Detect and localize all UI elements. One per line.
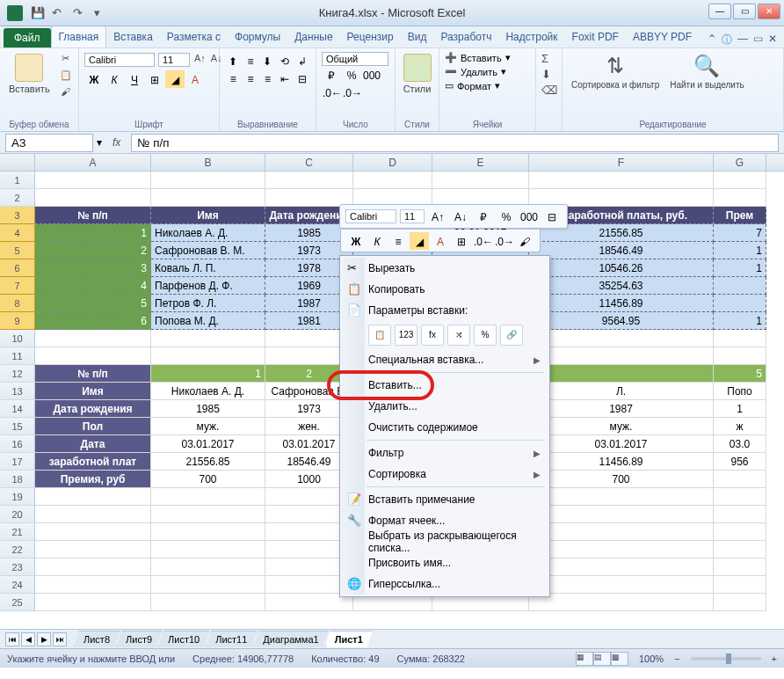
zoom-in-button[interactable]: + [772,653,777,664]
find-select-button[interactable]: 🔍 Найти и выделить [666,52,747,118]
row-header[interactable]: 23 [0,559,35,576]
cell[interactable]: 1 [35,224,151,242]
format-painter-icon[interactable]: 🖌 [57,85,75,101]
close-button[interactable]: ✕ [758,4,780,19]
cell[interactable] [35,523,151,541]
row-header[interactable]: 6 [0,259,35,277]
cell[interactable] [35,506,151,523]
cell[interactable]: 9564.95 [529,312,714,330]
cell[interactable]: 35254.63 [529,277,714,295]
cell[interactable]: Премия, руб [35,471,151,488]
view-normal-button[interactable]: ▦ [576,652,593,666]
tab-foxit[interactable]: Foxit PDF [565,26,626,47]
cell[interactable] [265,172,353,189]
cell[interactable] [714,295,766,312]
cell[interactable]: 2 [35,242,151,259]
next-sheet-button[interactable]: ▶ [37,632,51,646]
paste-values-icon[interactable]: 123 [395,325,417,346]
cell[interactable] [151,488,265,506]
redo-icon[interactable]: ↷ [73,6,87,20]
row-header[interactable]: 24 [0,576,35,594]
mini-fill-color-icon[interactable]: ◢ [410,232,429,250]
cm-cut[interactable]: ✂Вырезать [342,258,548,279]
help-icon[interactable]: ⓘ [722,33,732,47]
fill-color-button[interactable]: ◢ [165,70,185,88]
cell[interactable] [35,330,151,347]
cell[interactable] [35,559,151,576]
cell[interactable] [529,559,714,576]
cell[interactable]: 03.0 [714,435,766,453]
cell[interactable] [714,277,766,295]
cell[interactable] [353,172,432,189]
tab-abbyy[interactable]: ABBYY PDF [626,26,699,47]
mini-merge-icon[interactable]: ⊟ [542,208,562,225]
cell[interactable] [714,594,766,611]
undo-icon[interactable]: ↶ [52,6,66,20]
row-header[interactable]: 8 [0,295,35,312]
col-header-e[interactable]: E [432,154,529,171]
tab-formulas[interactable]: Формулы [228,26,287,47]
cell[interactable]: 1 [714,259,766,277]
mini-font-color-icon[interactable]: A [431,232,450,250]
mini-grow-font-icon[interactable]: A↑ [428,208,447,225]
number-format-select[interactable] [322,52,388,66]
paste-formulas-icon[interactable]: fx [421,325,444,346]
cell[interactable]: Прем [714,207,766,224]
cell[interactable]: 7 [714,224,766,242]
cell[interactable]: Имя [151,207,265,224]
clear-icon[interactable]: ⌫ [541,84,556,97]
row-header[interactable]: 25 [0,594,35,611]
insert-cells-button[interactable]: ➕Вставить ▾ [445,52,530,63]
italic-button[interactable]: К [105,70,124,88]
mini-currency-icon[interactable]: ₽ [474,208,493,225]
row-header[interactable]: 19 [0,488,35,506]
tab-insert[interactable]: Вставка [106,26,160,47]
mini-percent-icon[interactable]: % [497,208,516,225]
cm-paste-special[interactable]: Специальная вставка...▶ [342,349,548,370]
tab-developer[interactable]: Разработч [433,26,498,47]
underline-button[interactable]: Ч [125,70,144,88]
cell[interactable] [529,594,714,611]
file-tab[interactable]: Файл [4,28,51,47]
cm-filter[interactable]: Фильтр▶ [342,442,548,464]
format-cells-button[interactable]: ▭Формат ▾ [445,80,530,91]
cell[interactable]: 1987 [529,400,714,418]
cell[interactable]: 700 [529,471,714,488]
row-header[interactable]: 13 [0,383,35,400]
increase-decimal-icon[interactable]: .0← [322,84,341,101]
cell[interactable]: 1 [151,365,265,383]
cm-format[interactable]: 🔧Формат ячеек... [342,510,548,531]
styles-button[interactable]: Стили [401,52,433,96]
cell[interactable]: 6 [35,312,151,330]
cell[interactable] [35,189,151,207]
mini-decimal-dec-icon[interactable]: .0→ [494,232,513,250]
align-bottom-icon[interactable]: ⬇ [259,52,276,69]
merge-cells-icon[interactable]: ⊟ [294,69,310,87]
cell[interactable] [151,523,265,541]
ribbon-window-max-icon[interactable]: ▭ [753,33,763,47]
align-middle-icon[interactable]: ≡ [243,52,259,69]
cell[interactable]: 10546.26 [529,259,714,277]
mini-border-icon[interactable]: ⊞ [452,232,471,250]
cell[interactable]: 956 [714,453,766,471]
tab-home[interactable]: Главная [51,26,107,47]
row-header[interactable]: 15 [0,418,35,435]
cell[interactable]: Дата рождения [35,400,151,418]
col-header-b[interactable]: B [151,154,265,171]
cell[interactable] [151,347,265,365]
mini-format-painter-icon[interactable]: 🖌 [515,232,534,250]
view-break-button[interactable]: ▩ [611,652,628,666]
cell[interactable]: Петров Ф. Л. [151,295,265,312]
zoom-slider[interactable] [691,657,761,661]
tab-data[interactable]: Данные [287,26,339,47]
row-header[interactable]: 21 [0,523,35,541]
paste-all-icon[interactable]: 📋 [368,325,391,346]
cell[interactable]: Сафроновав В. М. [151,242,265,259]
zoom-out-button[interactable]: − [674,653,679,664]
row-header[interactable]: 22 [0,541,35,559]
tab-view[interactable]: Вид [401,26,434,47]
row-header[interactable]: 7 [0,277,35,295]
row-header[interactable]: 9 [0,312,35,330]
row-header[interactable]: 2 [0,189,35,207]
save-icon[interactable]: 💾 [31,6,45,20]
